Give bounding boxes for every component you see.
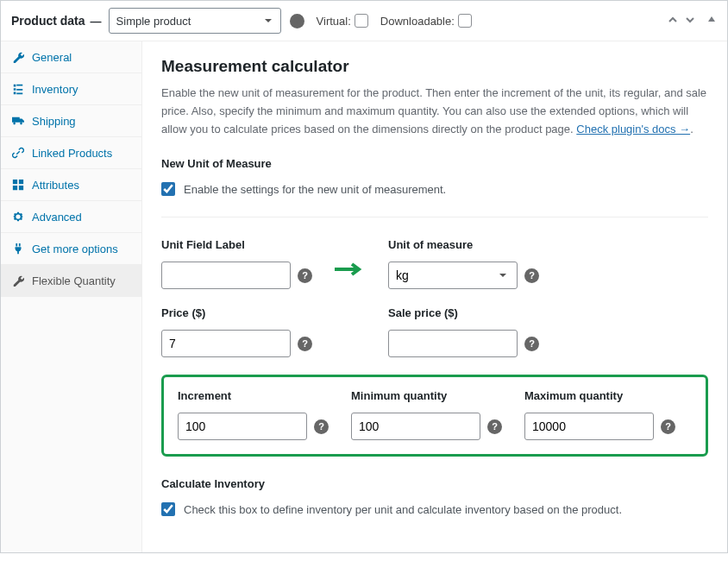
product-type-select[interactable]: Simple product [109, 8, 281, 34]
collapse-icon[interactable] [706, 14, 717, 28]
calc-inventory-row: Check this box to define inventory per u… [161, 502, 708, 516]
help-icon[interactable]: ? [487, 419, 502, 434]
tab-get-more-options[interactable]: Get more options [1, 233, 141, 265]
tab-label: Linked Products [32, 147, 112, 160]
field-increment: Increment ? [178, 389, 329, 440]
virtual-checkbox[interactable] [355, 14, 368, 28]
row-quantity: Increment ? Minimum quantity ? [178, 389, 692, 440]
increment-input[interactable] [178, 413, 307, 440]
move-up-icon[interactable] [667, 14, 679, 28]
tab-attributes[interactable]: Attributes [1, 169, 141, 201]
separator [161, 217, 708, 217]
list-icon [11, 82, 25, 96]
tab-inventory[interactable]: Inventory [1, 73, 141, 105]
new-unit-heading: New Unit of Measure [161, 157, 708, 170]
downloadable-checkbox[interactable] [458, 14, 472, 28]
help-icon[interactable]: ? [298, 337, 312, 351]
calc-inventory-label: Check this box to define inventory per u… [184, 503, 622, 516]
row-unit: Unit Field Label ? Unit of measure kg [161, 238, 708, 289]
tabs-sidebar: General Inventory Shipping Linked Produc… [1, 41, 142, 552]
max-qty-input[interactable] [524, 413, 654, 440]
tab-linked-products[interactable]: Linked Products [1, 137, 141, 169]
enable-checkbox[interactable] [161, 182, 175, 196]
truck-icon [11, 114, 25, 128]
enable-row: Enable the settings for the new unit of … [161, 182, 708, 196]
unit-of-measure-select[interactable]: kg [388, 262, 518, 289]
field-label: Unit Field Label [161, 238, 312, 251]
page-heading: Measurement calculator [161, 57, 708, 76]
row-price: Price ($) ? Sale price ($) ? [161, 306, 708, 357]
calc-inventory-checkbox[interactable] [161, 502, 175, 516]
link-icon [11, 146, 25, 160]
field-label: Maximum quantity [524, 389, 675, 402]
calc-inventory-heading: Calculate Inventory [161, 477, 708, 490]
help-icon[interactable]: ? [298, 268, 312, 283]
tab-label: General [32, 51, 72, 64]
field-unit-label: Unit Field Label ? [161, 238, 312, 289]
downloadable-label: Downloadable: [380, 15, 455, 28]
panel-controls [667, 14, 717, 28]
field-label: Unit of measure [388, 238, 539, 251]
tab-label: Get more options [32, 243, 118, 255]
field-label: Price ($) [161, 306, 312, 319]
tab-general[interactable]: General [1, 41, 141, 73]
help-icon[interactable]: ? [314, 419, 329, 434]
tab-flexible-quantity[interactable]: Flexible Quantity [1, 265, 141, 297]
arrow-icon [335, 262, 366, 289]
enable-label: Enable the settings for the new unit of … [184, 183, 446, 196]
field-label: Minimum quantity [351, 389, 502, 402]
move-down-icon[interactable] [684, 14, 696, 28]
help-icon[interactable]: ? [290, 14, 304, 28]
tab-label: Inventory [32, 83, 78, 96]
field-price: Price ($) ? [161, 306, 312, 357]
field-unit-of-measure: Unit of measure kg ? [388, 238, 539, 289]
field-label: Increment [178, 389, 329, 402]
downloadable-checkbox-group[interactable]: Downloadable: [380, 14, 472, 28]
wrench-icon [11, 50, 25, 64]
panel-content: General Inventory Shipping Linked Produc… [1, 41, 727, 552]
wrench-icon [11, 274, 25, 287]
tab-label: Attributes [32, 179, 79, 192]
virtual-label: Virtual: [317, 15, 351, 28]
tab-label: Advanced [32, 211, 82, 224]
tab-label: Shipping [32, 115, 76, 128]
field-min-qty: Minimum quantity ? [351, 389, 502, 440]
description: Enable the new unit of measurement for t… [161, 85, 708, 138]
field-max-qty: Maximum quantity ? [524, 389, 675, 440]
field-sale-price: Sale price ($) ? [388, 306, 539, 357]
help-icon[interactable]: ? [661, 419, 675, 434]
min-qty-input[interactable] [351, 413, 480, 440]
unit-field-label-input[interactable] [161, 262, 291, 289]
field-label: Sale price ($) [388, 306, 539, 319]
sale-price-input[interactable] [388, 330, 518, 357]
docs-link[interactable]: Check plugin's docs → [576, 123, 690, 136]
main-panel: Measurement calculator Enable the new un… [142, 41, 727, 552]
gear-icon [11, 210, 25, 224]
help-icon[interactable]: ? [524, 268, 539, 283]
product-data-panel: Product data — Simple product ? Virtual:… [0, 0, 728, 553]
tab-advanced[interactable]: Advanced [1, 201, 141, 233]
virtual-checkbox-group[interactable]: Virtual: [317, 14, 368, 28]
panel-header: Product data — Simple product ? Virtual:… [1, 1, 727, 41]
tab-label: Flexible Quantity [32, 274, 116, 287]
price-input[interactable] [161, 330, 291, 357]
tab-shipping[interactable]: Shipping [1, 105, 141, 137]
dash: — [91, 15, 102, 28]
help-icon[interactable]: ? [524, 337, 539, 351]
highlight-box: Increment ? Minimum quantity ? [161, 375, 708, 457]
plug-icon [11, 242, 25, 255]
panel-title: Product data [11, 14, 85, 28]
grid-icon [11, 178, 25, 192]
